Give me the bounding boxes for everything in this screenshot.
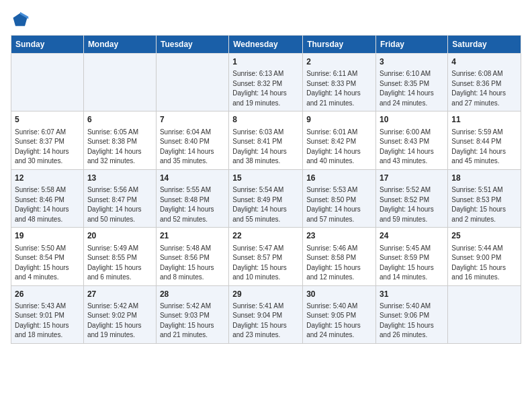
calendar-week-row: 26 Sunrise: 5:43 AMSunset: 9:01 PMDaylig…	[11, 285, 521, 343]
calendar-cell: 26 Sunrise: 5:43 AMSunset: 9:01 PMDaylig…	[11, 285, 84, 343]
calendar-cell: 1 Sunrise: 6:13 AMSunset: 8:32 PMDayligh…	[229, 54, 303, 111]
day-number: 18	[451, 173, 517, 184]
day-info: Sunrise: 5:41 AMSunset: 9:04 PMDaylight:…	[232, 302, 299, 340]
day-info: Sunrise: 5:49 AMSunset: 8:55 PMDaylight:…	[87, 244, 152, 283]
day-info: Sunrise: 5:45 AMSunset: 8:59 PMDaylight:…	[380, 244, 444, 283]
calendar-week-row: 5 Sunrise: 6:07 AMSunset: 8:37 PMDayligh…	[11, 111, 521, 169]
calendar-cell: 16 Sunrise: 5:53 AMSunset: 8:50 PMDaylig…	[303, 169, 376, 227]
day-number: 24	[380, 230, 444, 242]
calendar-cell: 7 Sunrise: 6:04 AMSunset: 8:40 PMDayligh…	[156, 111, 228, 169]
day-number: 15	[232, 173, 299, 184]
day-number: 30	[306, 289, 372, 300]
day-number: 16	[306, 173, 372, 184]
day-number: 20	[87, 230, 152, 242]
day-number: 14	[160, 173, 225, 184]
day-info: Sunrise: 6:05 AMSunset: 8:38 PMDaylight:…	[87, 128, 152, 167]
day-info: Sunrise: 5:54 AMSunset: 8:49 PMDaylight:…	[232, 185, 299, 224]
day-number: 4	[451, 56, 517, 68]
day-number: 25	[451, 230, 517, 242]
day-info: Sunrise: 5:42 AMSunset: 9:02 PMDaylight:…	[87, 302, 152, 340]
calendar-cell	[156, 54, 228, 111]
calendar-table: SundayMondayTuesdayWednesdayThursdayFrid…	[11, 35, 521, 344]
calendar-cell: 19 Sunrise: 5:50 AMSunset: 8:54 PMDaylig…	[11, 228, 84, 285]
day-info: Sunrise: 5:55 AMSunset: 8:48 PMDaylight:…	[160, 185, 225, 224]
day-number: 9	[306, 114, 372, 126]
calendar-cell: 25 Sunrise: 5:44 AMSunset: 9:00 PMDaylig…	[448, 228, 521, 285]
day-number: 1	[232, 56, 299, 68]
day-info: Sunrise: 5:46 AMSunset: 8:58 PMDaylight:…	[306, 244, 372, 283]
day-number: 7	[160, 114, 225, 126]
calendar-week-row: 12 Sunrise: 5:58 AMSunset: 8:46 PMDaylig…	[11, 169, 521, 227]
day-info: Sunrise: 6:07 AMSunset: 8:37 PMDaylight:…	[15, 128, 80, 167]
day-info: Sunrise: 5:40 AMSunset: 9:05 PMDaylight:…	[306, 302, 372, 340]
logo	[11, 11, 32, 30]
calendar-cell: 21 Sunrise: 5:48 AMSunset: 8:56 PMDaylig…	[156, 228, 228, 285]
day-number: 23	[306, 230, 372, 242]
calendar-cell: 14 Sunrise: 5:55 AMSunset: 8:48 PMDaylig…	[156, 169, 228, 227]
calendar-cell: 28 Sunrise: 5:42 AMSunset: 9:03 PMDaylig…	[156, 285, 228, 343]
day-info: Sunrise: 5:48 AMSunset: 8:56 PMDaylight:…	[160, 244, 225, 283]
day-info: Sunrise: 5:51 AMSunset: 8:53 PMDaylight:…	[451, 185, 517, 224]
calendar-week-row: 1 Sunrise: 6:13 AMSunset: 8:32 PMDayligh…	[11, 54, 521, 111]
day-info: Sunrise: 6:13 AMSunset: 8:32 PMDaylight:…	[232, 69, 299, 108]
calendar-cell: 18 Sunrise: 5:51 AMSunset: 8:53 PMDaylig…	[448, 169, 521, 227]
day-number: 21	[160, 230, 225, 242]
weekday-header: Saturday	[448, 36, 521, 54]
day-number: 27	[87, 289, 152, 300]
day-info: Sunrise: 6:10 AMSunset: 8:35 PMDaylight:…	[380, 69, 444, 108]
day-info: Sunrise: 6:11 AMSunset: 8:33 PMDaylight:…	[306, 69, 372, 108]
weekday-header: Monday	[83, 36, 156, 54]
calendar-cell: 2 Sunrise: 6:11 AMSunset: 8:33 PMDayligh…	[303, 54, 376, 111]
day-info: Sunrise: 5:43 AMSunset: 9:01 PMDaylight:…	[15, 302, 80, 340]
day-info: Sunrise: 5:53 AMSunset: 8:50 PMDaylight:…	[306, 185, 372, 224]
day-info: Sunrise: 5:58 AMSunset: 8:46 PMDaylight:…	[15, 185, 80, 224]
day-number: 3	[380, 56, 444, 68]
calendar-cell: 4 Sunrise: 6:08 AMSunset: 8:36 PMDayligh…	[448, 54, 521, 111]
day-info: Sunrise: 5:40 AMSunset: 9:06 PMDaylight:…	[380, 302, 444, 340]
calendar-cell: 22 Sunrise: 5:47 AMSunset: 8:57 PMDaylig…	[229, 228, 303, 285]
calendar-cell: 29 Sunrise: 5:41 AMSunset: 9:04 PMDaylig…	[229, 285, 303, 343]
day-number: 5	[15, 114, 80, 126]
weekday-header: Tuesday	[156, 36, 228, 54]
weekday-header-row: SundayMondayTuesdayWednesdayThursdayFrid…	[11, 36, 521, 54]
calendar-week-row: 19 Sunrise: 5:50 AMSunset: 8:54 PMDaylig…	[11, 228, 521, 285]
calendar-cell	[11, 54, 84, 111]
calendar-cell: 6 Sunrise: 6:05 AMSunset: 8:38 PMDayligh…	[83, 111, 156, 169]
day-number: 10	[380, 114, 444, 126]
day-info: Sunrise: 6:03 AMSunset: 8:41 PMDaylight:…	[232, 128, 299, 167]
calendar-cell: 31 Sunrise: 5:40 AMSunset: 9:06 PMDaylig…	[376, 285, 448, 343]
calendar-cell: 17 Sunrise: 5:52 AMSunset: 8:52 PMDaylig…	[376, 169, 448, 227]
day-info: Sunrise: 5:59 AMSunset: 8:44 PMDaylight:…	[451, 128, 517, 167]
weekday-header: Wednesday	[229, 36, 303, 54]
weekday-header: Thursday	[303, 36, 376, 54]
calendar-cell: 24 Sunrise: 5:45 AMSunset: 8:59 PMDaylig…	[376, 228, 448, 285]
day-number: 8	[232, 114, 299, 126]
day-info: Sunrise: 6:08 AMSunset: 8:36 PMDaylight:…	[451, 69, 517, 108]
day-number: 29	[232, 289, 299, 300]
day-number: 26	[15, 289, 80, 300]
day-info: Sunrise: 6:01 AMSunset: 8:42 PMDaylight:…	[306, 128, 372, 167]
day-info: Sunrise: 5:44 AMSunset: 9:00 PMDaylight:…	[451, 244, 517, 283]
day-info: Sunrise: 6:00 AMSunset: 8:43 PMDaylight:…	[380, 128, 444, 167]
day-info: Sunrise: 5:47 AMSunset: 8:57 PMDaylight:…	[232, 244, 299, 283]
calendar-cell: 20 Sunrise: 5:49 AMSunset: 8:55 PMDaylig…	[83, 228, 156, 285]
calendar-cell: 12 Sunrise: 5:58 AMSunset: 8:46 PMDaylig…	[11, 169, 84, 227]
calendar-cell: 30 Sunrise: 5:40 AMSunset: 9:05 PMDaylig…	[303, 285, 376, 343]
calendar-cell: 9 Sunrise: 6:01 AMSunset: 8:42 PMDayligh…	[303, 111, 376, 169]
day-number: 6	[87, 114, 152, 126]
day-number: 2	[306, 56, 372, 68]
day-number: 28	[160, 289, 225, 300]
calendar-cell: 13 Sunrise: 5:56 AMSunset: 8:47 PMDaylig…	[83, 169, 156, 227]
day-info: Sunrise: 5:52 AMSunset: 8:52 PMDaylight:…	[380, 185, 444, 224]
day-number: 31	[380, 289, 444, 300]
day-number: 17	[380, 173, 444, 184]
day-number: 19	[15, 230, 80, 242]
calendar-cell: 3 Sunrise: 6:10 AMSunset: 8:35 PMDayligh…	[376, 54, 448, 111]
logo-icon	[11, 11, 30, 30]
calendar-cell: 15 Sunrise: 5:54 AMSunset: 8:49 PMDaylig…	[229, 169, 303, 227]
day-number: 12	[15, 173, 80, 184]
day-number: 13	[87, 173, 152, 184]
calendar-cell: 11 Sunrise: 5:59 AMSunset: 8:44 PMDaylig…	[448, 111, 521, 169]
page-header	[11, 11, 521, 30]
calendar-cell: 23 Sunrise: 5:46 AMSunset: 8:58 PMDaylig…	[303, 228, 376, 285]
